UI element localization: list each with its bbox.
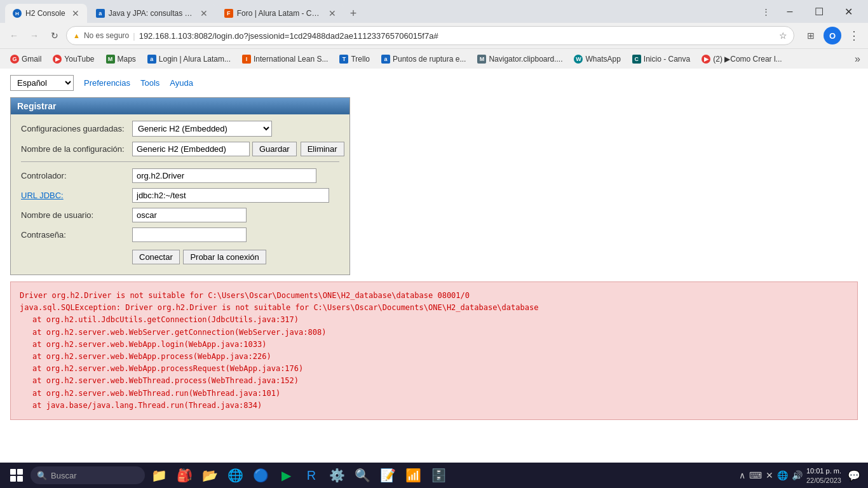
navigator-favicon: M bbox=[477, 55, 486, 64]
tray-keyboard-icon[interactable]: ⌨ bbox=[749, 470, 762, 480]
start-button[interactable] bbox=[5, 464, 28, 487]
new-tab-button[interactable]: + bbox=[345, 4, 362, 23]
clock-display[interactable]: 10:01 p. m. 22/05/2023 bbox=[806, 466, 841, 484]
tray-up-arrow[interactable]: ∧ bbox=[739, 470, 745, 480]
delete-button[interactable]: Eliminar bbox=[301, 142, 344, 156]
notifications-button[interactable]: 💬 bbox=[845, 466, 863, 484]
tab-close-foro[interactable]: ✕ bbox=[329, 8, 336, 18]
error-line-1: java.sql.SQLException: Driver org.h2.Dri… bbox=[20, 302, 848, 314]
bookmark-star-icon[interactable]: ☆ bbox=[779, 30, 787, 41]
tab-label-java: Java y JPA: consultas avanzadas.. bbox=[109, 9, 194, 18]
config-name-controls: Guardar Eliminar bbox=[132, 142, 346, 156]
maps-favicon: M bbox=[106, 55, 115, 64]
bookmark-youtube2-label: (2) ▶Como Crear l... bbox=[713, 55, 782, 64]
navigation-bar: ← → ↻ ▲ No es seguro | 192.168.1.103:808… bbox=[0, 23, 868, 48]
bookmark-canva-label: Inicio - Canva bbox=[644, 55, 690, 64]
taskbar-app-folder[interactable]: 📁 bbox=[147, 464, 170, 487]
bookmark-whatsapp-label: WhatsApp bbox=[585, 55, 620, 64]
username-input[interactable] bbox=[132, 208, 247, 222]
connect-row: Conectar Probar la conexión bbox=[132, 250, 339, 264]
bookmark-youtube[interactable]: ▶ YouTube bbox=[48, 51, 99, 67]
test-connection-button[interactable]: Probar la conexión bbox=[183, 250, 266, 264]
error-area: Driver org.h2.Driver is not suitable for… bbox=[10, 281, 858, 420]
password-row: Contraseña: bbox=[21, 227, 339, 242]
bookmark-puntos-label: Puntos de ruptura e... bbox=[393, 55, 466, 64]
maximize-button[interactable]: ☐ bbox=[804, 1, 834, 22]
taskbar-app-explorer[interactable]: 📂 bbox=[198, 464, 221, 487]
bookmark-login-alura[interactable]: a Login | Alura Latam... bbox=[142, 51, 236, 67]
tab-favicon-foro: F bbox=[224, 9, 233, 18]
taskbar-app-settings[interactable]: ⚙️ bbox=[325, 464, 348, 487]
whatsapp-favicon: W bbox=[574, 55, 583, 64]
url-jdbc-label[interactable]: URL JDBC: bbox=[21, 191, 132, 200]
security-warning-icon: ▲ bbox=[73, 32, 80, 39]
chrome-menu-button[interactable]: ⋮ bbox=[845, 27, 863, 44]
close-button[interactable]: ✕ bbox=[834, 1, 863, 22]
bookmark-puntos[interactable]: a Puntos de ruptura e... bbox=[376, 51, 471, 67]
saved-configs-row: Configuraciones guardadas: Generic H2 (E… bbox=[21, 121, 339, 137]
back-button[interactable]: ← bbox=[5, 27, 23, 44]
bookmark-youtube2[interactable]: ▶ (2) ▶Como Crear l... bbox=[696, 51, 787, 67]
error-line-8: at org.h2.server.web.WebThread.run(WebTh… bbox=[20, 388, 848, 400]
bookmark-youtube-label: YouTube bbox=[64, 55, 94, 64]
taskbar-app-search2[interactable]: 🔍 bbox=[351, 464, 374, 487]
error-line-3: at org.h2.server.web.WebServer.getConnec… bbox=[20, 327, 848, 339]
tab-overflow-button[interactable]: ⋮ bbox=[762, 7, 770, 17]
tab-h2console[interactable]: H H2 Console ✕ bbox=[5, 4, 87, 23]
tray-sound-icon[interactable]: 🔊 bbox=[792, 470, 803, 480]
url-jdbc-input[interactable] bbox=[132, 188, 329, 203]
bookmark-canva[interactable]: C Inicio - Canva bbox=[627, 51, 695, 67]
preferences-link[interactable]: Preferencias bbox=[84, 78, 130, 88]
bookmark-navigator[interactable]: M Navigator.clipboard.... bbox=[472, 51, 567, 67]
tab-close-h2[interactable]: ✕ bbox=[72, 8, 79, 18]
taskbar-app-chrome[interactable]: 🌐 bbox=[224, 464, 247, 487]
bookmark-intl-lean[interactable]: I International Lean S... bbox=[237, 51, 333, 67]
taskbar-app-bag[interactable]: 🎒 bbox=[173, 464, 196, 487]
tab-foro[interactable]: F Foro | Alura Latam - Cursos onlin... ✕ bbox=[217, 4, 344, 23]
connect-button[interactable]: Conectar bbox=[132, 250, 180, 264]
tab-label-h2: H2 Console bbox=[25, 9, 65, 18]
help-link[interactable]: Ayuda bbox=[170, 78, 193, 88]
forward-button[interactable]: → bbox=[25, 27, 43, 44]
extensions-button[interactable]: ⊞ bbox=[802, 27, 820, 44]
taskbar-app-wifi[interactable]: 📶 bbox=[402, 464, 424, 487]
page-content: Español Preferencias Tools Ayuda Registr… bbox=[0, 69, 868, 463]
minimize-button[interactable]: – bbox=[775, 1, 804, 22]
taskbar-app-db[interactable]: 🗄️ bbox=[427, 464, 450, 487]
profile-button[interactable]: O bbox=[824, 27, 841, 44]
saved-configs-label: Configuraciones guardadas: bbox=[21, 124, 132, 133]
tray-network-icon[interactable]: 🌐 bbox=[777, 470, 788, 480]
config-name-input[interactable] bbox=[132, 142, 250, 156]
error-line-9: at java.base/java.lang.Thread.run(Thread… bbox=[20, 400, 848, 412]
reload-button[interactable]: ↻ bbox=[46, 27, 64, 44]
save-button[interactable]: Guardar bbox=[252, 142, 297, 156]
password-input[interactable] bbox=[132, 227, 247, 242]
tools-link[interactable]: Tools bbox=[140, 78, 159, 88]
bookmark-whatsapp[interactable]: W WhatsApp bbox=[569, 51, 625, 67]
youtube-favicon: ▶ bbox=[53, 55, 62, 64]
address-actions: ⊞ O ⋮ bbox=[802, 27, 863, 44]
taskbar-app-edge[interactable]: 🔵 bbox=[249, 464, 272, 487]
taskbar-app-vscode[interactable]: 📝 bbox=[376, 464, 399, 487]
tray-close-icon[interactable]: ✕ bbox=[766, 470, 773, 480]
bookmark-trello[interactable]: T Trello bbox=[334, 51, 375, 67]
taskbar-search-bar[interactable]: 🔍 Buscar bbox=[31, 466, 145, 484]
bookmark-gmail[interactable]: G Gmail bbox=[5, 51, 46, 67]
language-select[interactable]: Español bbox=[10, 75, 74, 91]
taskbar-search-icon: 🔍 bbox=[37, 471, 47, 480]
tabs-area: H H2 Console ✕ a Java y JPA: consultas a… bbox=[5, 0, 762, 23]
windows-logo bbox=[10, 469, 23, 482]
tab-java-jpa[interactable]: a Java y JPA: consultas avanzadas.. ✕ bbox=[88, 4, 215, 23]
tab-close-java[interactable]: ✕ bbox=[200, 8, 208, 18]
address-bar[interactable]: ▲ No es seguro | 192.168.1.103:8082/logi… bbox=[66, 26, 794, 45]
taskbar-app-media[interactable]: ▶ bbox=[275, 464, 297, 487]
taskbar-app-r[interactable]: R bbox=[300, 464, 323, 487]
driver-input[interactable] bbox=[132, 168, 316, 183]
form-divider bbox=[21, 161, 339, 162]
saved-config-select[interactable]: Generic H2 (Embedded) bbox=[132, 121, 272, 137]
tab-favicon-java: a bbox=[96, 9, 105, 18]
bookmark-maps[interactable]: M Maps bbox=[101, 51, 141, 67]
taskbar: 🔍 Buscar 📁 🎒 📂 🌐 🔵 ▶ R ⚙️ 🔍 📝 📶 🗄️ ∧ ⌨ bbox=[0, 463, 868, 488]
register-panel-header: Registrar bbox=[11, 98, 349, 114]
bookmarks-more-button[interactable]: » bbox=[852, 53, 863, 65]
